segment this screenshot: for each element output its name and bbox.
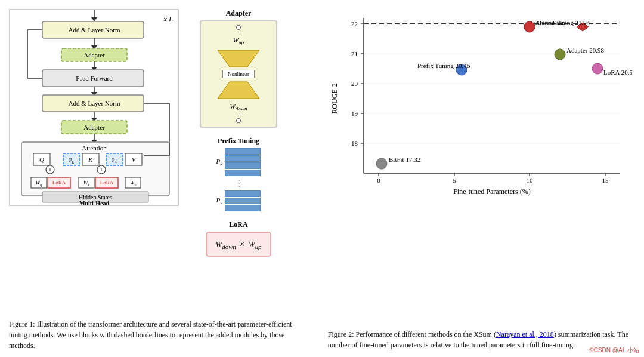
adapter-point [555, 49, 565, 60]
svg-text:K: K [88, 156, 93, 163]
svg-text:20: 20 [351, 80, 358, 87]
svg-text:21: 21 [351, 50, 358, 57]
lora-section: LoRA Wdown × Wup [185, 220, 292, 257]
ours-label: Ours 21.90 [537, 19, 566, 26]
wdown-lora: Wdown [215, 239, 236, 250]
wup-lora: Wup [249, 239, 262, 250]
add-layer-norm-1-label: Add & Layer Norm [68, 26, 120, 33]
pk-label: Pk [216, 158, 223, 167]
feed-forward-label: Feed Forward [76, 75, 113, 82]
lora-point [592, 63, 603, 74]
chart-area: 22 21 20 19 18 [328, 6, 635, 328]
adapter-1-label: Adapter [83, 51, 105, 59]
figure1-caption: Figure 1: Illustration of the transforme… [9, 314, 322, 351]
svg-marker-50 [218, 50, 259, 67]
citation-link: Narayan et al., 2018 [496, 330, 554, 338]
svg-text:5: 5 [453, 177, 456, 184]
pk-blocks [225, 148, 261, 176]
svg-text:LoRA: LoRA [52, 180, 66, 186]
figure2-caption-text: Figure 2: Performance of different metho… [328, 330, 628, 350]
right-panel: 22 21 20 19 18 [322, 6, 635, 351]
trapezoid-up-svg [215, 47, 262, 68]
svg-text:LoRA: LoRA [100, 180, 114, 186]
svg-text:ROUGE-2: ROUGE-2 [330, 83, 339, 113]
trapezoid-down-svg [215, 80, 262, 101]
svg-marker-2 [91, 17, 97, 21]
lora-diagram: Wdown × Wup [206, 232, 271, 257]
svg-text:Fine-tuned Parameters (%): Fine-tuned Parameters (%) [453, 187, 530, 196]
times-sign: × [240, 239, 245, 250]
attention-label: Attention [82, 144, 107, 152]
wup-label: Wup [233, 36, 244, 45]
prefix-title: Prefix Tuning [218, 137, 259, 146]
prefix-tuning-section: Prefix Tuning Pk ⋮ [185, 137, 292, 211]
svg-text:15: 15 [602, 177, 609, 184]
svg-marker-51 [218, 82, 259, 99]
method-diagrams: Adapter Wup Nonlinear [185, 6, 292, 314]
pv-blocks [225, 190, 261, 211]
svg-text:22: 22 [351, 20, 358, 27]
svg-text:x L: x L [163, 14, 173, 23]
multihead-label: Multi-Head [79, 200, 109, 206]
adapter-2-label: Adapter [83, 124, 105, 131]
svg-text:+: + [48, 166, 52, 173]
ours-point [524, 21, 535, 32]
transformer-svg: x L Add & Layer Norm Adapter [9, 9, 179, 206]
svg-text:18: 18 [351, 140, 358, 147]
adapter-diagram-section: Adapter Wup Nonlinear [185, 9, 292, 128]
chart-svg: 22 21 20 19 18 [328, 6, 632, 203]
wdown-label: Wdown [230, 103, 247, 112]
svg-text:0: 0 [377, 177, 380, 184]
adapter-title: Adapter [226, 9, 252, 18]
prefix-diagram: Pk ⋮ Pv [216, 148, 261, 211]
lora-label: LoRA 20.50 [603, 69, 632, 76]
left-panel: x L Add & Layer Norm Adapter [9, 6, 322, 351]
watermark: ©CSDN @AI_小站 [589, 346, 639, 355]
svg-text:19: 19 [351, 110, 358, 117]
adapter-label: Adapter 20.98 [566, 47, 604, 54]
add-layer-norm-2-label: Add & Layer Norm [68, 100, 120, 107]
prefix-tuning-label: Prefix Tuning 20.46 [417, 62, 470, 69]
adapter-box: Wup Nonlinear Wdown [200, 20, 277, 128]
svg-text:10: 10 [526, 177, 533, 184]
bitfit-label: BitFit 17.32 [389, 156, 420, 163]
transformer-diagram: x L Add & Layer Norm Adapter [9, 9, 179, 314]
pv-label: Pv [216, 196, 223, 205]
bitfit-point [376, 158, 387, 169]
lora-title: LoRA [229, 220, 247, 229]
svg-text:Q: Q [39, 156, 44, 163]
svg-text:+: + [100, 166, 103, 173]
nonlinear-label: Nonlinear [222, 70, 255, 78]
